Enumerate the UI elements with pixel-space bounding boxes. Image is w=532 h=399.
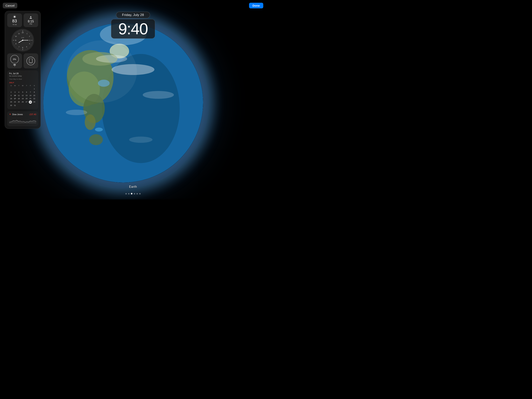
cal-cell-17: 17: [13, 97, 17, 100]
calendar-week-5: 23 24 25 26 27 28 29: [9, 101, 36, 104]
cal-cell-14: 14: [28, 94, 32, 97]
cal-day-s1: S: [9, 84, 13, 87]
stocks-chart-svg: [9, 117, 36, 123]
svg-text:8: 8: [15, 43, 16, 45]
svg-point-8: [89, 134, 103, 145]
calendar-week-2: 2 3 4 5 6 7 8: [9, 91, 36, 94]
temperature-value: 83: [12, 19, 17, 23]
time-widget[interactable]: 8:15 PM: [24, 13, 38, 27]
page-dot-1[interactable]: [125, 193, 127, 194]
analog-clock-container[interactable]: 12 3 6 9 1 2 4 5 7 8 10 11 CUP: [7, 29, 38, 51]
calendar-header-row: S M T W T F S: [9, 84, 36, 87]
svg-text:1: 1: [26, 33, 27, 34]
cal-cell-blank: [21, 87, 25, 90]
page-dots-container[interactable]: [125, 193, 141, 194]
person-icon: [29, 16, 32, 19]
device-circle: [26, 57, 35, 65]
cal-cell-blank: [28, 87, 32, 90]
rain-widget[interactable]: 0%: [7, 53, 22, 68]
cal-cell-10: 10: [13, 94, 17, 97]
earth-sphere: [44, 23, 203, 183]
rain-percent: 0%: [13, 58, 16, 60]
cal-cell-11: 11: [17, 94, 21, 97]
cal-cell-18: 18: [17, 97, 21, 100]
cal-cell-5: 5: [21, 91, 25, 94]
stocks-header: ▼ Dow Jones -237.40: [9, 113, 36, 116]
analog-clock[interactable]: 12 3 6 9 1 2 4 5 7 8 10 11 CUP: [12, 29, 34, 51]
cal-cell-7: 7: [28, 91, 32, 94]
svg-text:6: 6: [22, 46, 23, 49]
cal-day-t1: T: [17, 84, 21, 87]
page-dot-4[interactable]: [134, 193, 135, 194]
calendar-no-events: No events today: [9, 75, 36, 77]
cal-cell-blank: [9, 87, 13, 90]
calendar-week-4: 16 17 18 19 20 21 22: [9, 97, 36, 100]
clock-face-svg: 12 3 6 9 1 2 4 5 7 8 10 11 CUP: [12, 29, 34, 51]
svg-line-25: [15, 16, 16, 16]
small-widgets-row: 0%: [7, 53, 38, 68]
calendar-week-1: 1: [9, 87, 36, 90]
cal-cell-3: 3: [13, 91, 17, 94]
page-dot-5[interactable]: [137, 193, 138, 194]
calendar-month: JULY: [9, 82, 36, 84]
widget-panel: 83 76 94 8:15 PM: [5, 11, 41, 129]
cal-cell-2: 2: [9, 91, 13, 94]
svg-line-23: [13, 16, 14, 16]
cal-day-w: W: [21, 84, 25, 87]
cal-cell-blank: [25, 87, 28, 90]
cal-cell-23: 23: [9, 101, 13, 104]
cal-cell-15: 15: [32, 94, 36, 97]
cal-cell-28-today: 28: [29, 101, 32, 104]
cal-cell-blank: [28, 104, 32, 107]
svg-point-15: [67, 40, 137, 103]
calendar-week-3: 9 10 11 12 13 14 15: [9, 94, 36, 97]
cal-cell-30: 30: [9, 104, 13, 107]
svg-point-16: [98, 80, 110, 87]
cal-cell-26: 26: [21, 101, 25, 104]
stocks-value: -237.40: [29, 113, 36, 116]
calendar-header: Fri, Jul 28: [9, 72, 36, 75]
cancel-button[interactable]: Cancel: [3, 3, 17, 8]
svg-point-11: [143, 91, 174, 99]
cal-cell-blank: [21, 104, 25, 107]
cal-cell-1: 1: [32, 87, 36, 90]
svg-text:3: 3: [29, 39, 30, 41]
cal-cell-29: 29: [32, 101, 36, 104]
temperature-range: 76 94: [12, 24, 17, 26]
svg-text:CUP: CUP: [21, 37, 24, 38]
time-display[interactable]: 9:40: [111, 19, 155, 39]
calendar-week-6: 30 31: [9, 104, 36, 107]
earth-label: Earth: [129, 185, 137, 189]
cal-cell-21: 21: [28, 97, 32, 100]
cal-cell-blank: [25, 104, 28, 107]
stocks-widget[interactable]: ▼ Dow Jones -237.40: [7, 111, 38, 126]
cal-cell-27: 27: [25, 101, 28, 104]
svg-line-26: [13, 18, 14, 18]
cal-day-f: F: [28, 84, 32, 87]
calendar-grid: S M T W T F S 1 2 3 4: [9, 84, 36, 107]
svg-text:12: 12: [22, 32, 24, 33]
page-dot-6[interactable]: [139, 193, 141, 194]
cal-cell-20: 20: [25, 97, 28, 100]
umbrella-icon: [13, 64, 16, 66]
cal-day-s2: S: [32, 84, 36, 87]
calendar-day-clear: Your day is clear: [9, 78, 36, 80]
cal-cell-4: 4: [17, 91, 21, 94]
calendar-widget[interactable]: Fri, Jul 28 No events today Your day is …: [7, 70, 38, 109]
svg-point-12: [66, 110, 87, 115]
cal-cell-22: 22: [32, 97, 36, 100]
cal-cell-6: 6: [25, 91, 28, 94]
done-button[interactable]: Done: [249, 3, 263, 8]
datetime-container: Friday, July 28 9:40: [111, 12, 155, 39]
page-dot-3[interactable]: [131, 193, 133, 194]
cal-cell-24: 24: [13, 101, 17, 104]
cal-cell-blank: [17, 87, 21, 90]
tablet-icon: [29, 59, 33, 63]
temperature-widget[interactable]: 83 76 94: [7, 13, 22, 27]
device-widget[interactable]: [24, 53, 38, 68]
page-dot-2[interactable]: [128, 193, 129, 194]
sun-icon: [13, 15, 16, 19]
cal-cell-13: 13: [25, 94, 28, 97]
cal-day-t2: T: [25, 84, 28, 87]
date-display[interactable]: Friday, July 28: [116, 12, 150, 18]
